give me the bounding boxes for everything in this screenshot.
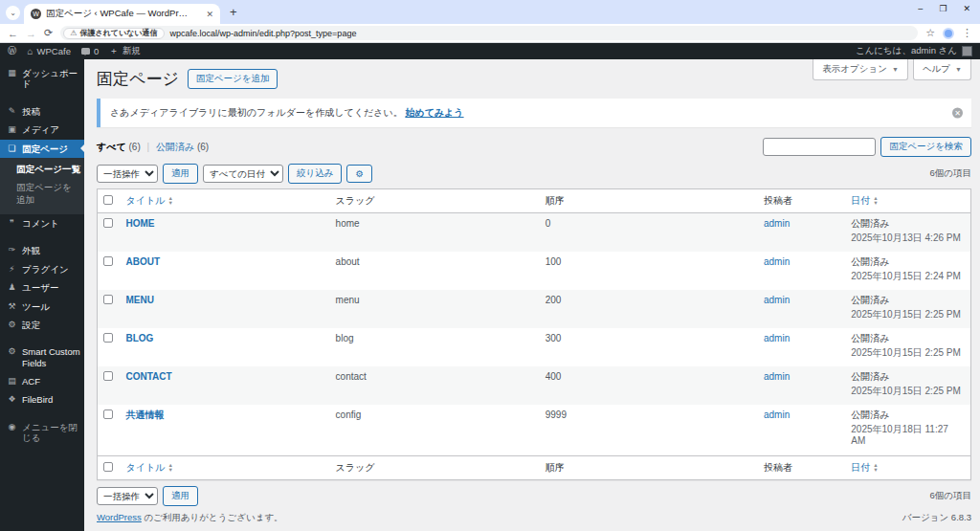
sidebar-item-appearance[interactable]: ✑ 外観 — [0, 241, 84, 259]
apply-button[interactable]: 適用 — [163, 164, 198, 184]
row-checkbox[interactable] — [103, 218, 113, 228]
filter-all-link[interactable]: すべて — [97, 142, 126, 152]
new-label: 新規 — [122, 45, 141, 57]
bulk-action-select[interactable]: 一括操作 — [97, 165, 158, 183]
page-title-link[interactable]: ABOUT — [126, 256, 161, 267]
sidebar-subitem-page-list[interactable]: 固定ページ一覧 — [0, 161, 84, 179]
greeting-text[interactable]: こんにちは、admin さん — [856, 45, 957, 57]
filter-button[interactable]: 絞り込み — [288, 164, 342, 184]
filter-all-count: (6) — [128, 142, 140, 152]
apply-button-bottom[interactable]: 適用 — [163, 486, 198, 506]
page-title-link[interactable]: MENU — [126, 295, 154, 305]
bookmark-star-icon[interactable]: ☆ — [925, 27, 935, 39]
sidebar-item-users[interactable]: ♟ ユーザー — [0, 278, 84, 297]
security-label: 保護されていない通信 — [79, 28, 157, 38]
appearance-icon: ✑ — [7, 245, 17, 255]
footer-thanks: WordPress のご利用ありがとうございます。 — [97, 512, 283, 524]
tab-close-icon[interactable]: ✕ — [206, 10, 213, 19]
table-row: ABOUT about 100 admin 公開済み2025年10月15日 2:… — [98, 252, 971, 290]
row-checkbox[interactable] — [103, 371, 113, 381]
row-checkbox[interactable] — [103, 295, 113, 304]
home-icon: ⌂ — [28, 46, 33, 56]
page-title-link[interactable]: BLOG — [126, 333, 154, 343]
security-chip[interactable]: ⚠ 保護されていない通信 — [63, 28, 164, 39]
column-footer-author: 投稿者 — [758, 455, 845, 479]
slug-cell: config — [330, 405, 540, 455]
comments-link[interactable]: 0 — [81, 46, 99, 56]
page-title-link[interactable]: 共通情報 — [126, 409, 165, 420]
notice-banner: さあメディアライブラリに最初のフォルダーを作成してください。 始めてみよう ✕ — [97, 99, 971, 127]
page-title-link[interactable]: HOME — [126, 218, 155, 229]
back-icon[interactable]: ← — [8, 28, 18, 39]
date-filter-select[interactable]: すべての日付 — [203, 165, 283, 183]
select-all-checkbox[interactable] — [103, 195, 113, 205]
author-link[interactable]: admin — [764, 218, 790, 229]
minimize-button[interactable]: – — [918, 4, 923, 13]
address-bar[interactable]: ⚠ 保護されていない通信 wpcafe.local/wp-admin/edit.… — [60, 26, 918, 40]
close-window-button[interactable]: ✕ — [963, 4, 970, 13]
add-page-button[interactable]: 固定ページを追加 — [188, 69, 278, 89]
url-text[interactable]: wpcafe.local/wp-admin/edit.php?post_type… — [170, 29, 357, 38]
select-all-checkbox[interactable] — [103, 462, 113, 472]
column-footer-title[interactable]: タイトル▲▼ — [121, 455, 330, 479]
sidebar-item-smart-custom-fields[interactable]: ⚙ Smart Custom Fields — [0, 343, 84, 372]
row-checkbox[interactable] — [103, 256, 113, 266]
author-link[interactable]: admin — [764, 409, 790, 420]
author-link[interactable]: admin — [764, 295, 790, 305]
sidebar-item-posts[interactable]: ✎ 投稿 — [0, 102, 84, 121]
column-footer-date[interactable]: 日付▲▼ — [845, 455, 970, 479]
main-content: 表示オプション ▼ ヘルプ ▼ 固定ページ 固定ページを追加 さあメディアライブ… — [84, 59, 980, 531]
slug-cell: blog — [330, 328, 540, 366]
row-checkbox[interactable] — [103, 409, 113, 419]
column-header-title[interactable]: タイトル▲▼ — [121, 189, 330, 213]
sidebar-item-settings[interactable]: ⚙ 設定 — [0, 316, 84, 334]
author-link[interactable]: admin — [764, 371, 790, 382]
sort-icon: ▲▼ — [873, 463, 878, 473]
sidebar-item-comments[interactable]: ❞ コメント — [0, 214, 84, 232]
dismiss-notice-icon[interactable]: ✕ — [952, 108, 963, 119]
notice-action-link[interactable]: 始めてみよう — [405, 107, 463, 118]
filebird-icon: ❖ — [7, 394, 17, 405]
column-header-date[interactable]: 日付▲▼ — [845, 189, 970, 213]
page-title-link[interactable]: CONTACT — [126, 371, 172, 382]
sidebar-item-filebird[interactable]: ❖ FileBird — [0, 390, 84, 409]
search-input[interactable] — [763, 138, 876, 156]
filter-published-link[interactable]: 公開済み — [156, 142, 194, 152]
bulk-action-select-bottom[interactable]: 一括操作 — [97, 487, 158, 505]
divider: | — [147, 142, 150, 152]
sidebar-item-dashboard[interactable]: ▦ ダッシュボード — [0, 64, 84, 94]
chevron-down-icon: ▼ — [892, 66, 899, 73]
search-pages-button[interactable]: 固定ページを検索 — [880, 137, 971, 157]
collapse-icon: ◉ — [7, 422, 17, 432]
admin-sidebar: ▦ ダッシュボード ✎ 投稿 ▣ メディア ❏ 固定ページ 固定ページ一覧 固定… — [0, 59, 84, 531]
sort-icon: ▲▼ — [167, 463, 172, 473]
sidebar-item-media[interactable]: ▣ メディア — [0, 121, 84, 139]
author-link[interactable]: admin — [764, 333, 790, 343]
profile-avatar[interactable] — [943, 28, 954, 39]
sidebar-item-plugins[interactable]: ⚡ プラグイン — [0, 260, 84, 278]
sidebar-item-label: FileBird — [22, 394, 53, 405]
restore-button[interactable]: ❐ — [939, 4, 947, 13]
chevron-down-icon[interactable]: ⌄ — [6, 6, 20, 20]
wordpress-link[interactable]: WordPress — [97, 512, 142, 522]
browser-menu-icon[interactable]: ⋮ — [962, 27, 972, 39]
new-content-link[interactable]: ＋ 新規 — [109, 45, 141, 57]
row-checkbox[interactable] — [103, 333, 113, 343]
help-button[interactable]: ヘルプ ▼ — [913, 59, 971, 80]
sidebar-subitem-add-page[interactable]: 固定ページを追加 — [0, 179, 84, 210]
sidebar-item-pages[interactable]: ❏ 固定ページ — [0, 140, 84, 158]
sidebar-item-tools[interactable]: ⚒ ツール — [0, 298, 84, 316]
new-tab-button[interactable]: + — [230, 5, 237, 19]
forward-icon[interactable]: → — [26, 28, 36, 39]
author-link[interactable]: admin — [764, 256, 790, 267]
sidebar-item-label: メディア — [22, 124, 59, 135]
sidebar-item-collapse-menu[interactable]: ◉ メニューを閉じる — [0, 418, 84, 448]
site-name-link[interactable]: ⌂ WPCafe — [28, 46, 71, 56]
sidebar-item-acf[interactable]: ▤ ACF — [0, 372, 84, 390]
wordpress-logo-icon[interactable]: Ⓦ — [8, 45, 17, 57]
gear-button[interactable]: ⚙ — [346, 165, 372, 183]
reload-icon[interactable]: ⟳ — [44, 27, 53, 39]
screen-options-button[interactable]: 表示オプション ▼ — [813, 59, 908, 80]
browser-tab[interactable]: W 固定ページ ‹ WPCafe — WordPr… ✕ — [24, 4, 220, 24]
status-text: 公開済み — [851, 295, 965, 307]
